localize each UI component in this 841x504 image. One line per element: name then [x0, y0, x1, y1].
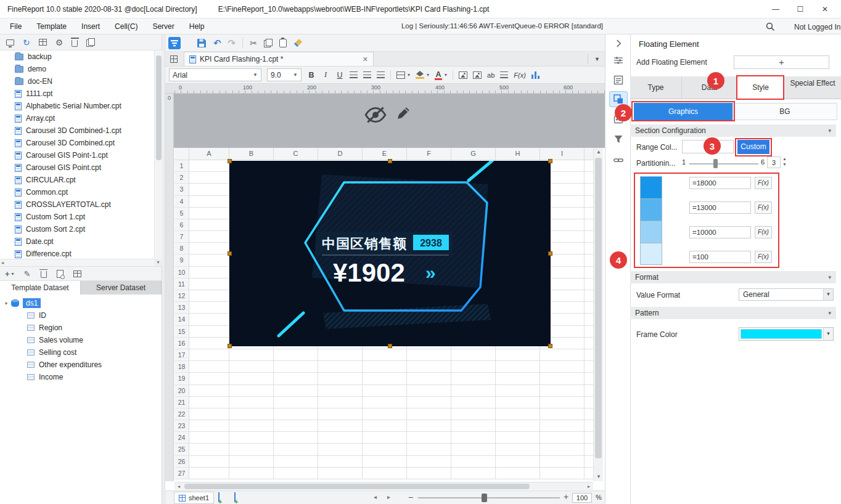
selection-handle-top-center[interactable]: [388, 159, 392, 163]
merge-dropdown-icon[interactable]: ▾: [408, 72, 410, 78]
edit-dataset-icon[interactable]: ✎: [24, 270, 31, 278]
zoom-out-icon[interactable]: −: [408, 492, 413, 502]
menu-help[interactable]: Help: [182, 18, 212, 35]
scroll-left-arrow-icon[interactable]: ◂: [1, 260, 4, 266]
underline-button[interactable]: U: [335, 71, 344, 79]
dataset-field-other-expenditures[interactable]: Other expenditures: [0, 359, 162, 371]
row-header-20[interactable]: 20: [174, 385, 189, 397]
italic-button[interactable]: I: [321, 70, 330, 79]
kpi-card-floating-image[interactable]: 中国区销售额 2938 ¥1902 »: [229, 161, 551, 346]
insert-image-icon[interactable]: [459, 71, 467, 79]
row-header-16[interactable]: 16: [174, 338, 189, 349]
font-family-select[interactable]: Arial▼: [169, 68, 261, 81]
fill-color-icon[interactable]: [416, 71, 424, 79]
row-header-column[interactable]: 1234567891011121314151617181920212223242…: [174, 160, 189, 479]
report-grid-icon[interactable]: [170, 55, 178, 63]
dataset-field-selling-cost[interactable]: Selling cost: [0, 346, 162, 359]
edit-element-icon[interactable]: [395, 105, 412, 122]
row-header-7[interactable]: 7: [174, 231, 189, 243]
settings-icon[interactable]: ⚙: [55, 38, 64, 47]
condition-attributes-icon[interactable]: [612, 133, 625, 145]
close-button[interactable]: ✕: [813, 5, 837, 14]
row-header-11[interactable]: 11: [174, 278, 189, 290]
row-header-27[interactable]: 27: [174, 468, 189, 479]
expander-icon[interactable]: ▾: [5, 301, 7, 306]
fill-dropdown-icon[interactable]: ▾: [427, 72, 429, 78]
cell-elements-icon[interactable]: [612, 74, 625, 86]
column-header-i[interactable]: I: [540, 148, 585, 160]
row-header-1[interactable]: 1: [174, 160, 189, 172]
column-header-h[interactable]: H: [496, 148, 540, 160]
selection-handle-bottom-left[interactable]: [228, 344, 232, 348]
scrollbar-thumb[interactable]: [184, 484, 530, 489]
merge-cells-icon[interactable]: [396, 71, 405, 79]
tree-item-carousel-gis-point-cpt[interactable]: Carousel GIS Point.cpt: [0, 161, 154, 174]
font-color-dropdown-icon[interactable]: ▾: [445, 72, 447, 78]
add-floating-element-button[interactable]: +: [734, 55, 829, 69]
save-icon[interactable]: [197, 38, 207, 48]
menu-server[interactable]: Server: [145, 18, 181, 35]
tree-item-array-cpt[interactable]: Array.cpt: [0, 112, 154, 124]
template-parameter-icon[interactable]: [168, 36, 181, 50]
collapse-section-icon[interactable]: ▾: [828, 128, 831, 134]
selection-handle-top-left[interactable]: [228, 159, 232, 163]
column-header-d[interactable]: D: [318, 148, 363, 160]
row-header-21[interactable]: 21: [174, 397, 189, 408]
menu-cell[interactable]: Cell(C): [107, 18, 145, 35]
tree-item-difference-cpt[interactable]: Difference.cpt: [0, 248, 154, 259]
row-header-9[interactable]: 9: [174, 254, 189, 266]
tree-item-backup[interactable]: backup: [0, 51, 154, 63]
row-header-25[interactable]: 25: [174, 444, 189, 455]
document-tab[interactable]: KPI Card Flashing-1.cpt * ✕: [184, 52, 374, 66]
dataset-name[interactable]: ds1: [23, 298, 41, 308]
selection-handle-bottom-right[interactable]: [548, 344, 552, 348]
font-color-icon[interactable]: A: [435, 70, 442, 80]
row-header-8[interactable]: 8: [174, 243, 189, 254]
column-header-a[interactable]: A: [189, 148, 229, 160]
tree-item-carousel-gis-point-1-cpt[interactable]: Carousel GIS Point-1.cpt: [0, 149, 154, 161]
partition-slider-thumb[interactable]: [713, 159, 718, 168]
login-status[interactable]: Not Logged In: [794, 23, 840, 31]
row-header-18[interactable]: 18: [174, 361, 189, 373]
row-header-5[interactable]: 5: [174, 208, 189, 219]
menu-template[interactable]: Template: [29, 18, 74, 35]
tree-item-custom-sort-1-cpt[interactable]: Custom Sort 1.cpt: [0, 211, 154, 223]
collapse-section-icon[interactable]: ▾: [828, 310, 831, 316]
insert-formula-icon[interactable]: F(x): [514, 71, 526, 79]
row-header-12[interactable]: 12: [174, 290, 189, 302]
menu-file[interactable]: File: [2, 18, 29, 35]
align-center-icon[interactable]: [363, 71, 371, 78]
scroll-right-arrow-icon[interactable]: ▸: [585, 482, 593, 490]
dataset-field-sales-volume[interactable]: Sales volume: [0, 334, 162, 346]
row-header-17[interactable]: 17: [174, 349, 189, 361]
dataset-field-id[interactable]: ID: [0, 309, 162, 322]
hide-element-icon[interactable]: [364, 106, 387, 124]
grid-vscrollbar[interactable]: ▲ ▼: [593, 148, 603, 481]
column-header-f[interactable]: F: [407, 148, 451, 160]
row-header-3[interactable]: 3: [174, 184, 189, 195]
frame-color-select[interactable]: ▼: [739, 327, 834, 341]
insert-chart-icon[interactable]: [531, 71, 540, 79]
batch-dataset-icon[interactable]: [73, 270, 81, 277]
zoom-value-box[interactable]: 100: [572, 493, 592, 503]
tree-item-crosslayertotal-cpt[interactable]: CROSSLAYERTOTAL.cpt: [0, 198, 154, 211]
scrollbar-thumb[interactable]: [156, 55, 162, 160]
tree-item-circular-cpt[interactable]: CIRCULAR.cpt: [0, 174, 154, 186]
copy-file-icon[interactable]: [86, 38, 95, 47]
tree-item-carousel-3d-combined-1-cpt[interactable]: Carousel 3D Combined-1.cpt: [0, 124, 154, 137]
row-header-24[interactable]: 24: [174, 432, 189, 444]
partition-slider-track[interactable]: [689, 163, 758, 165]
grid-hscrollbar[interactable]: ◂ ▸: [174, 482, 593, 490]
scrollbar-thumb[interactable]: [595, 158, 602, 458]
scroll-down-arrow-icon[interactable]: ▼: [594, 473, 604, 481]
tree-item-carousel-3d-combined-cpt[interactable]: Carousel 3D Combined.cpt: [0, 137, 154, 149]
cut-icon[interactable]: ✂: [250, 39, 257, 47]
tree-item-common-cpt[interactable]: Common.cpt: [0, 186, 154, 198]
delete-file-icon[interactable]: [72, 40, 78, 47]
file-tree-hscrollbar[interactable]: ◂: [0, 259, 154, 266]
close-tab-icon[interactable]: ✕: [363, 55, 368, 63]
maximize-button[interactable]: ☐: [788, 5, 813, 14]
row-header-26[interactable]: 26: [174, 456, 189, 468]
floating-elements-icon[interactable]: [612, 93, 625, 105]
sheet-prev-arrow-icon[interactable]: ◂: [374, 494, 377, 500]
